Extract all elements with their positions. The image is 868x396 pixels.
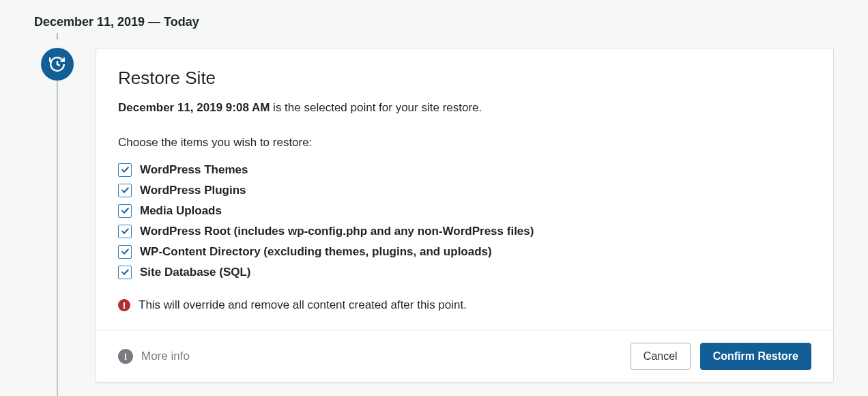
- checkbox[interactable]: [118, 204, 132, 218]
- card-title: Restore Site: [118, 68, 811, 89]
- option-label: WordPress Plugins: [140, 184, 246, 197]
- choose-label: Choose the items you wish to restore:: [118, 136, 811, 150]
- timeline-line: [57, 79, 58, 396]
- svg-line-2: [57, 64, 60, 66]
- restore-option: Site Database (SQL): [118, 266, 811, 279]
- restore-options-list: WordPress ThemesWordPress PluginsMedia U…: [118, 163, 811, 279]
- restore-timestamp: December 11, 2019 9:08 AM: [118, 101, 270, 114]
- option-label: Media Uploads: [140, 204, 222, 218]
- info-icon: [118, 349, 133, 364]
- restore-option: WordPress Root (includes wp-config.php a…: [118, 225, 811, 238]
- checkbox[interactable]: [118, 245, 132, 259]
- restore-option: WordPress Themes: [118, 163, 811, 177]
- checkbox[interactable]: [118, 163, 132, 177]
- cancel-button[interactable]: Cancel: [631, 343, 691, 370]
- checkbox[interactable]: [118, 184, 132, 197]
- svg-point-6: [126, 358, 126, 359]
- warning-text: This will override and remove all conten…: [139, 298, 467, 312]
- more-info-button[interactable]: More info: [118, 349, 190, 364]
- option-label: WordPress Root (includes wp-config.php a…: [140, 225, 534, 238]
- restore-icon: [41, 48, 74, 81]
- restore-option: WP-Content Directory (excluding themes, …: [118, 245, 811, 259]
- option-label: Site Database (SQL): [140, 266, 251, 279]
- option-label: WP-Content Directory (excluding themes, …: [140, 245, 492, 259]
- confirm-restore-button[interactable]: Confirm Restore: [700, 343, 811, 370]
- checkbox[interactable]: [118, 225, 132, 238]
- checkbox[interactable]: [118, 266, 132, 279]
- timeline-tick: [57, 33, 58, 40]
- svg-point-4: [124, 307, 125, 308]
- option-label: WordPress Themes: [140, 163, 248, 177]
- restore-card: Restore Site December 11, 2019 9:08 AM i…: [96, 48, 834, 383]
- warning-row: This will override and remove all conten…: [118, 298, 811, 312]
- date-heading: December 11, 2019 — Today: [34, 15, 199, 29]
- restore-description: December 11, 2019 9:08 AM is the selecte…: [118, 100, 811, 117]
- restore-option: Media Uploads: [118, 204, 811, 218]
- restore-desc-suffix: is the selected point for your site rest…: [270, 101, 482, 114]
- warning-icon: [118, 299, 130, 311]
- card-footer: More info Cancel Confirm Restore: [96, 330, 833, 382]
- restore-option: WordPress Plugins: [118, 184, 811, 197]
- more-info-label: More info: [141, 350, 190, 363]
